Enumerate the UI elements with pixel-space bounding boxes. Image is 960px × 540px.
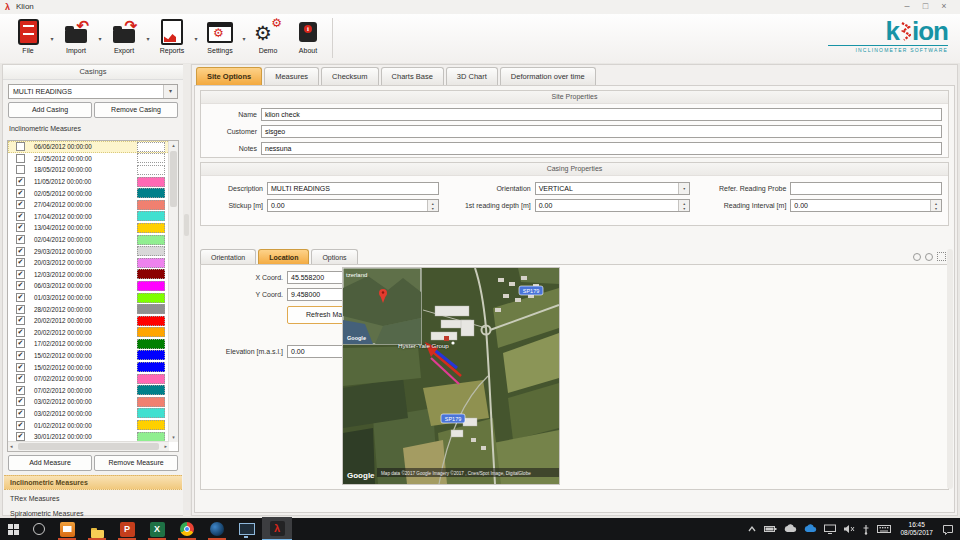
start-button[interactable] [0,518,26,540]
measure-checkbox[interactable]: ✔ [16,339,25,348]
measure-row[interactable]: ✔ 20/02/2012 00:00:00 [8,327,178,339]
measure-row[interactable]: ✔ 13/04/2012 00:00:00 [8,222,178,234]
measure-checkbox[interactable]: ✔ [16,223,25,232]
measure-row[interactable]: ✔ 01/03/2012 00:00:00 [8,292,178,304]
orientation-select[interactable]: VERTICAL▾ [535,182,691,195]
tab-site-options[interactable]: Site Options [196,67,262,85]
measure-color-swatch[interactable] [137,304,165,314]
tab-orientation[interactable]: Orientation [200,249,256,265]
measure-color-swatch[interactable] [137,246,165,256]
measure-color-swatch[interactable] [137,258,165,268]
spinner-arrows-icon[interactable]: ▴▾ [678,200,689,211]
measure-color-swatch[interactable] [137,165,165,175]
measure-color-swatch[interactable] [137,420,165,430]
measure-color-swatch[interactable] [137,223,165,233]
measure-row[interactable]: ✔ 06/03/2012 00:00:00 [8,280,178,292]
measure-color-swatch[interactable] [137,362,165,372]
page-scrollbar[interactable] [947,249,953,489]
chevron-down-icon[interactable]: ▾ [678,183,689,194]
measure-row[interactable]: 21/05/2012 00:00:00 [8,153,178,165]
stickup-field[interactable]: 0.00▴▾ [267,199,439,212]
action-center-icon[interactable] [942,523,954,535]
measure-checkbox[interactable]: ✔ [16,200,25,209]
tab-options[interactable]: Options [311,249,357,265]
measure-row[interactable]: ✔ 27/04/2012 00:00:00 [8,199,178,211]
add-casing-button[interactable]: Add Casing [8,102,92,118]
remove-measure-button[interactable]: Remove Measure [94,455,178,471]
search-button[interactable] [26,518,52,540]
tab-3d-chart[interactable]: 3D Chart [446,67,498,85]
display-icon[interactable] [824,524,836,534]
measure-checkbox[interactable]: ✔ [16,374,25,383]
measure-color-swatch[interactable] [137,235,165,245]
usb-plug-icon[interactable] [862,524,870,535]
scroll-thumb[interactable] [170,151,177,207]
refer-reading-probe-field[interactable] [790,182,942,195]
sidebar-item-inclinometric-measures[interactable]: Inclinometric Measures [4,475,182,490]
measure-row[interactable]: ✔ 20/02/2012 00:00:00 [8,315,178,327]
battery-icon[interactable] [764,524,777,534]
measure-checkbox[interactable]: ✔ [16,363,25,372]
tab-deformation-over-time[interactable]: Deformation over time [500,67,596,85]
measure-checkbox[interactable]: ✔ [16,270,25,279]
measure-color-swatch[interactable] [137,327,165,337]
chevron-down-icon[interactable]: ▾ [163,85,177,98]
taskbar-outlook[interactable] [52,518,82,540]
tray-chevron-up-icon[interactable] [747,524,757,534]
taskbar-remote-pc[interactable] [232,518,262,540]
measure-checkbox[interactable]: ✔ [16,177,25,186]
measure-row[interactable]: ✔ 02/05/2012 00:00:00 [8,187,178,199]
panel-dock-icon[interactable] [913,253,921,261]
remove-casing-button[interactable]: Remove Casing [94,102,178,118]
measure-checkbox[interactable]: ✔ [16,316,25,325]
tab-measures[interactable]: Measures [264,67,319,85]
settings-dropdown-arrow[interactable]: ▾ [240,16,248,60]
scroll-down-icon[interactable]: ▾ [169,433,178,442]
measure-checkbox[interactable]: ✔ [16,328,25,337]
measure-color-swatch[interactable] [137,142,165,152]
volume-muted-icon[interactable] [843,524,855,534]
spinner-arrows-icon[interactable]: ▴▾ [930,200,941,211]
measure-color-swatch[interactable] [137,188,165,198]
first-reading-depth-field[interactable]: 0.00▴▾ [535,199,691,212]
measure-checkbox[interactable]: ✔ [16,235,25,244]
measure-row[interactable]: ✔ 29/03/2012 00:00:00 [8,245,178,257]
measure-checkbox[interactable]: ✔ [16,212,25,221]
measure-row[interactable]: ✔ 15/02/2012 00:00:00 [8,350,178,362]
sidebar-item-trex-measures[interactable]: TRex Measures [4,492,182,505]
location-map[interactable]: SP179 SP179 Hyster-Yale Group [342,267,560,485]
measure-color-swatch[interactable] [137,339,165,349]
measure-checkbox[interactable]: ✔ [16,281,25,290]
measure-checkbox[interactable]: ✔ [16,258,25,267]
measure-checkbox[interactable]: ✔ [16,247,25,256]
measure-row[interactable]: ✔ 17/02/2012 00:00:00 [8,338,178,350]
measures-horizontal-scrollbar[interactable]: ◂ ▸ [8,441,169,451]
measure-row[interactable]: ✔ 07/02/2012 00:00:00 [8,384,178,396]
measure-checkbox[interactable]: ✔ [16,432,25,441]
measure-row[interactable]: 06/06/2012 00:00:00 [8,141,178,153]
taskbar-powerpoint[interactable]: P [112,518,142,540]
taskbar-browser[interactable] [202,518,232,540]
measure-color-swatch[interactable] [137,385,165,395]
measure-color-swatch[interactable] [137,269,165,279]
measure-row[interactable]: ✔ 11/05/2012 00:00:00 [8,176,178,188]
measure-checkbox[interactable] [16,154,25,163]
measure-checkbox[interactable]: ✔ [16,305,25,314]
measure-color-swatch[interactable] [137,293,165,303]
hscroll-thumb[interactable] [18,443,159,450]
measure-color-swatch[interactable] [137,200,165,210]
scroll-up-icon[interactable]: ▴ [169,141,178,150]
measure-color-swatch[interactable] [137,177,165,187]
taskbar-file-explorer[interactable] [82,518,112,540]
measure-color-swatch[interactable] [137,408,165,418]
reports-button[interactable]: Reports [152,16,192,60]
file-dropdown-arrow[interactable]: ▾ [48,16,56,60]
measure-checkbox[interactable]: ✔ [16,386,25,395]
measure-checkbox[interactable]: ✔ [16,351,25,360]
add-measure-button[interactable]: Add Measure [8,455,92,471]
export-dropdown-arrow[interactable]: ▾ [144,16,152,60]
measure-row[interactable]: ✔ 17/04/2012 00:00:00 [8,211,178,223]
cloud-icon[interactable] [784,524,797,534]
measure-color-swatch[interactable] [137,316,165,326]
casing-select[interactable]: MULTI READINGS ▾ [8,84,178,99]
